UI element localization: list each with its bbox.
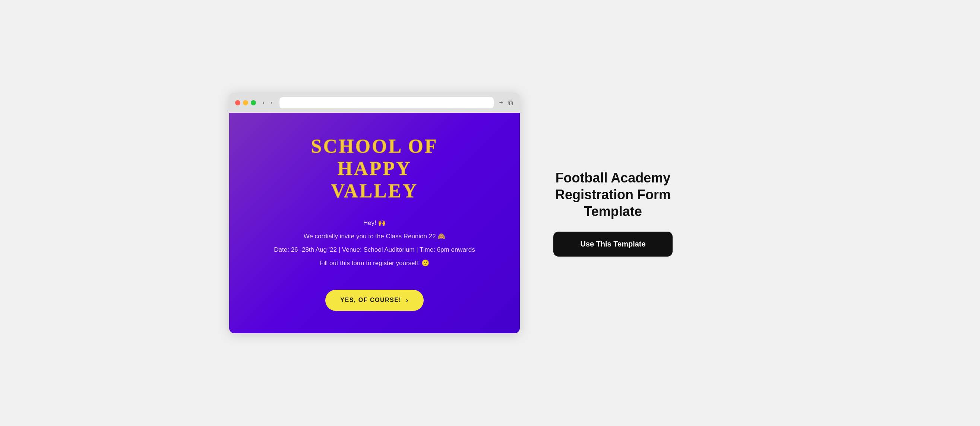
invite-line3: Date: 26 -28th Aug '22 | Venue: School A… [274,244,475,256]
template-title: Football Academy Registration Form Templ… [550,169,676,220]
use-template-button[interactable]: Use This Template [554,231,673,257]
school-title-line1: SCHOOL OF [311,136,438,157]
nav-buttons: ‹ › [261,99,275,107]
traffic-light-red[interactable] [235,100,240,105]
right-panel: Football Academy Registration Form Templ… [550,169,676,257]
new-tab-button[interactable]: + [498,98,504,108]
school-title-line3: VALLEY [331,180,418,201]
page-wrapper: ‹ › + ⧉ SCHOOL OF HAPPY VALLEY Hey! 🙌 We… [229,93,751,333]
cta-chevron-icon: › [406,296,409,304]
browser-window: ‹ › + ⧉ SCHOOL OF HAPPY VALLEY Hey! 🙌 We… [229,93,520,333]
school-title: SCHOOL OF HAPPY VALLEY [311,135,438,202]
address-bar[interactable] [280,97,494,108]
traffic-light-yellow[interactable] [243,100,248,105]
invite-line2: We cordially invite you to the Class Reu… [274,231,475,242]
nav-forward-button[interactable]: › [268,99,275,107]
school-title-line2: HAPPY [337,158,411,179]
browser-actions: + ⧉ [498,98,514,108]
cta-button[interactable]: YES, OF COURSE! › [325,290,423,311]
traffic-light-green[interactable] [251,100,256,105]
traffic-lights [235,100,256,105]
form-content: SCHOOL OF HAPPY VALLEY Hey! 🙌 We cordial… [229,113,520,333]
invite-line4: Fill out this form to register yourself.… [274,257,475,269]
browser-chrome: ‹ › + ⧉ [229,93,520,113]
nav-back-button[interactable]: ‹ [261,99,267,107]
invite-line1: Hey! 🙌 [274,217,475,229]
tab-grid-button[interactable]: ⧉ [508,98,514,108]
invite-text: Hey! 🙌 We cordially invite you to the Cl… [274,217,475,271]
cta-button-label: YES, OF COURSE! [340,297,401,304]
